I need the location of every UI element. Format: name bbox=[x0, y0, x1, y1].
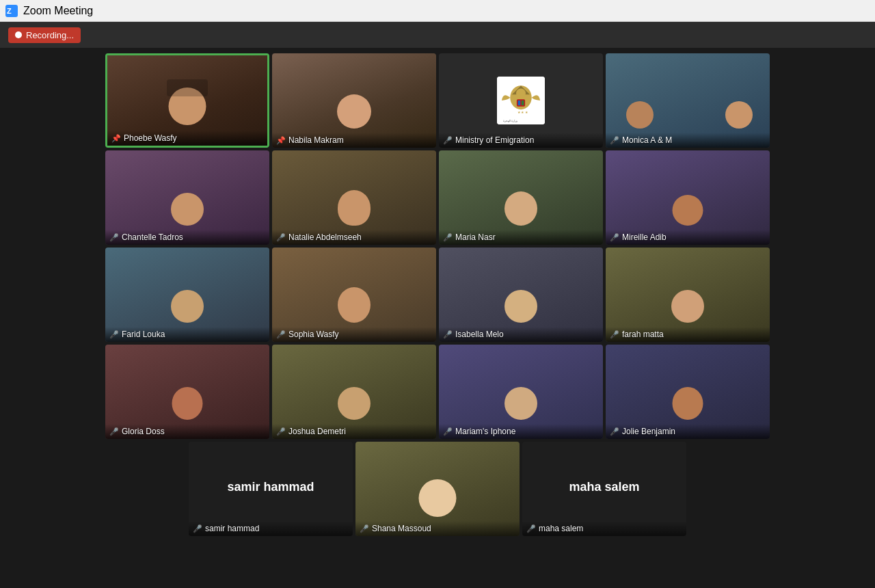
mireille-mic: 🎤 bbox=[610, 233, 619, 242]
mariam-name-label: 🎤 Mariam's Iphone bbox=[439, 424, 603, 439]
recording-badge: Recording... bbox=[8, 27, 81, 43]
svg-rect-8 bbox=[522, 101, 524, 105]
joshua-mic: 🎤 bbox=[276, 427, 286, 436]
recording-text: Recording... bbox=[26, 30, 74, 40]
farah-name-label: 🎤 farah matta bbox=[606, 327, 770, 342]
svg-point-5 bbox=[516, 89, 526, 98]
tile-mariam[interactable]: 🎤 Mariam's Iphone bbox=[439, 345, 603, 439]
maria-name: Maria Nasr bbox=[455, 232, 496, 242]
tile-natalie[interactable]: 🎤 Natalie Abdelmseeh bbox=[272, 150, 436, 245]
phoebe-name-label: 📌 Phoebe Wasfy bbox=[107, 131, 267, 146]
chantelle-name: Chantelle Tadros bbox=[122, 232, 183, 242]
video-grid: 📌 Phoebe Wasfy 📌 Nabila Makram bbox=[0, 48, 875, 588]
phoebe-name: Phoebe Wasfy bbox=[124, 133, 177, 143]
gloria-name: Gloria Doss bbox=[122, 427, 165, 436]
chantelle-name-label: 🎤 Chantelle Tadros bbox=[105, 230, 269, 245]
tile-monica[interactable]: 🎤 Monica A & M bbox=[606, 53, 770, 148]
maria-mic: 🎤 bbox=[443, 233, 453, 242]
svg-text:★ ★ ★: ★ ★ ★ bbox=[517, 110, 528, 114]
recording-bar: Recording... bbox=[0, 22, 875, 48]
samir-name-label: 🎤 samir hammad bbox=[189, 521, 353, 536]
gloria-mic: 🎤 bbox=[109, 427, 119, 436]
jolie-name: Jolie Benjamin bbox=[622, 427, 675, 436]
maria-name-label: 🎤 Maria Nasr bbox=[439, 230, 603, 245]
tile-chantelle[interactable]: 🎤 Chantelle Tadros bbox=[105, 150, 269, 245]
tile-gloria[interactable]: 🎤 Gloria Doss bbox=[105, 345, 269, 439]
grid-row-1: 📌 Phoebe Wasfy 📌 Nabila Makram bbox=[96, 53, 779, 148]
isabella-name-label: 🎤 Isabella Melo bbox=[439, 327, 603, 342]
monica-name-label: 🎤 Monica A & M bbox=[606, 133, 770, 148]
svg-rect-7 bbox=[518, 101, 521, 105]
sophia-name-label: 🎤 Sophia Wasfy bbox=[272, 327, 436, 342]
zoom-icon: Z bbox=[5, 5, 18, 17]
grid-row-2: 🎤 Chantelle Tadros 🎤 Natalie Abdelmseeh bbox=[96, 150, 779, 245]
ministry-name-label: 🎤 Ministry of Emigration bbox=[439, 133, 603, 148]
monica-name: Monica A & M bbox=[622, 135, 672, 145]
farid-name: Farid Louka bbox=[122, 330, 165, 339]
tile-mireille[interactable]: 🎤 Mireille Adib bbox=[606, 150, 770, 245]
recording-dot bbox=[15, 31, 22, 38]
titlebar: Z Zoom Meeting bbox=[0, 0, 875, 22]
grid-row-4: 🎤 Gloria Doss 🎤 Joshua Demetri bbox=[96, 345, 779, 439]
tile-maha[interactable]: maha salem 🎤 maha salem bbox=[522, 442, 686, 536]
mariam-name: Mariam's Iphone bbox=[455, 427, 515, 436]
samir-mic: 🎤 bbox=[193, 524, 202, 533]
natalie-name: Natalie Abdelmseeh bbox=[288, 232, 362, 242]
farid-name-label: 🎤 Farid Louka bbox=[105, 327, 269, 342]
svg-text:وزارة الهجرة: وزارة الهجرة bbox=[503, 119, 517, 122]
gloria-name-label: 🎤 Gloria Doss bbox=[105, 424, 269, 439]
tile-sophia[interactable]: 🎤 Sophia Wasfy bbox=[272, 248, 436, 342]
farid-mic: 🎤 bbox=[109, 330, 119, 339]
nabila-name: Nabila Makram bbox=[288, 135, 344, 145]
sophia-mic: 🎤 bbox=[276, 330, 286, 339]
grid-row-5: samir hammad 🎤 samir hammad 🎤 Shana Mass… bbox=[96, 442, 779, 536]
titlebar-title: Zoom Meeting bbox=[23, 5, 93, 17]
tile-jolie[interactable]: 🎤 Jolie Benjamin bbox=[606, 345, 770, 439]
shana-mic: 🎤 bbox=[360, 524, 369, 533]
tile-isabella[interactable]: 🎤 Isabella Melo bbox=[439, 248, 603, 342]
tile-joshua[interactable]: 🎤 Joshua Demetri bbox=[272, 345, 436, 439]
tile-samir[interactable]: samir hammad 🎤 samir hammad bbox=[189, 442, 353, 536]
monica-mic-icon: 🎤 bbox=[610, 136, 619, 145]
maha-name-label: 🎤 maha salem bbox=[522, 521, 686, 536]
maha-mic: 🎤 bbox=[526, 524, 536, 533]
grid-row-3: 🎤 Farid Louka 🎤 Sophia Wasfy bbox=[96, 248, 779, 342]
natalie-mic: 🎤 bbox=[276, 233, 286, 242]
maha-name: maha salem bbox=[539, 524, 583, 533]
mariam-mic: 🎤 bbox=[443, 427, 453, 436]
tile-farid[interactable]: 🎤 Farid Louka bbox=[105, 248, 269, 342]
jolie-mic: 🎤 bbox=[610, 427, 619, 436]
shana-name: Shana Massoud bbox=[372, 524, 431, 533]
tile-farah[interactable]: 🎤 farah matta bbox=[606, 248, 770, 342]
maha-display-name: maha salem bbox=[569, 480, 639, 494]
natalie-name-label: 🎤 Natalie Abdelmseeh bbox=[272, 230, 436, 245]
samir-name: samir hammad bbox=[205, 524, 259, 533]
chantelle-mic: 🎤 bbox=[109, 233, 119, 242]
ministry-name: Ministry of Emigration bbox=[455, 135, 534, 145]
joshua-name-label: 🎤 Joshua Demetri bbox=[272, 424, 436, 439]
ministry-mic-icon: 🎤 bbox=[443, 136, 453, 145]
tile-maria[interactable]: 🎤 Maria Nasr bbox=[439, 150, 603, 245]
sophia-name: Sophia Wasfy bbox=[288, 330, 339, 339]
mireille-name: Mireille Adib bbox=[622, 232, 667, 242]
tile-phoebe[interactable]: 📌 Phoebe Wasfy bbox=[105, 53, 269, 148]
jolie-name-label: 🎤 Jolie Benjamin bbox=[606, 424, 770, 439]
joshua-name: Joshua Demetri bbox=[288, 427, 346, 436]
svg-text:Z: Z bbox=[7, 7, 12, 15]
shana-name-label: 🎤 Shana Massoud bbox=[355, 521, 520, 536]
isabella-name: Isabella Melo bbox=[455, 330, 504, 339]
farah-name: farah matta bbox=[622, 330, 664, 339]
ministry-logo: ★ ★ ★ وزارة الهجرة bbox=[497, 77, 545, 124]
mireille-name-label: 🎤 Mireille Adib bbox=[606, 230, 770, 245]
samir-display-name: samir hammad bbox=[227, 480, 314, 494]
isabella-mic: 🎤 bbox=[443, 330, 453, 339]
nabila-name-label: 📌 Nabila Makram bbox=[272, 133, 436, 148]
farah-mic: 🎤 bbox=[610, 330, 619, 339]
tile-shana[interactable]: 🎤 Shana Massoud bbox=[355, 442, 520, 536]
tile-ministry[interactable]: ★ ★ ★ وزارة الهجرة 🎤 Ministry of Emigrat… bbox=[439, 53, 603, 148]
tile-nabila[interactable]: 📌 Nabila Makram bbox=[272, 53, 436, 148]
